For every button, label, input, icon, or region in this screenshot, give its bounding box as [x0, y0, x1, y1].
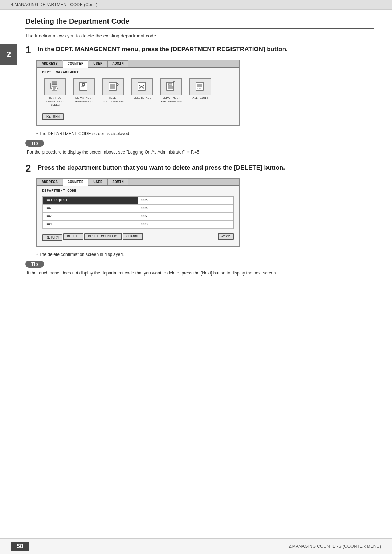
mockup-1-tabs: ADDRESS COUNTER USER ADMIN [37, 60, 239, 68]
dept-cell-008[interactable]: 008 [138, 221, 233, 229]
tab-user-2[interactable]: USER [89, 179, 107, 185]
mockup-2-tabs: ADDRESS COUNTER USER ADMIN [37, 179, 239, 186]
tab-address-1[interactable]: ADDRESS [37, 60, 62, 67]
icon-caption-2: DEPARTMENTMANAGEMENT [75, 96, 93, 103]
svg-text:* * *: * * * [81, 86, 84, 88]
dept-cell-007[interactable]: 007 [138, 213, 233, 221]
tip-badge-1: Tip [25, 140, 44, 147]
mockup-2-label: DEPARTMENT CODE [42, 189, 234, 193]
icon-print-dept-codes[interactable]: PRINT OUTDEPARTMENT CODES [42, 78, 68, 107]
icon-dept-registration[interactable]: DEPARTMENTREGISTRATION [158, 78, 184, 107]
tab-counter-1[interactable]: COUNTER [63, 60, 88, 68]
header-text: 4.MANAGING DEPARTMENT CODE (Cont.) [11, 2, 97, 7]
icon-reset-counters[interactable]: RESETALL COUNTERS [100, 78, 126, 107]
tab-admin-1[interactable]: ADMIN [107, 60, 128, 67]
step-1-number: 1 [25, 45, 34, 55]
screen-mockup-1: ADDRESS COUNTER USER ADMIN DEPT. MANAGEM… [36, 60, 240, 126]
reset-counters-button[interactable]: RESET COUNTERS [84, 233, 122, 240]
delete-all-icon [136, 80, 149, 93]
section-intro: The function allows you to delete the ex… [25, 33, 374, 38]
tip-badge-2: Tip [25, 261, 44, 268]
icon-box-6: * * * [189, 78, 211, 95]
footer-text: 2.MANAGING COUNTERS (COUNTER MENU) [289, 544, 381, 549]
step-1-heading: 1 In the DEPT. MANAGEMENT menu, press th… [25, 45, 374, 55]
dept-mgmt-icon: * * * [78, 80, 91, 93]
tip-2: Tip If the touch panel does not display … [25, 261, 374, 276]
tab-admin-2[interactable]: ADMIN [107, 179, 128, 185]
svg-rect-23 [168, 84, 172, 85]
icon-box-3 [102, 78, 124, 95]
delete-button[interactable]: DELETE [63, 233, 83, 240]
svg-text:* * *: * * * [197, 87, 201, 90]
step1-bullet: The DEPARTMENT CODE screen is displayed. [36, 131, 374, 136]
page-number-tab: 2 [0, 44, 17, 65]
step-2-number: 2 [25, 163, 34, 174]
footer: 58 2.MANAGING COUNTERS (COUNTER MENU) [0, 538, 392, 554]
dept-cell-005[interactable]: 005 [138, 197, 233, 205]
reset-icon [107, 80, 120, 93]
return-button-2[interactable]: RETURN [42, 234, 62, 241]
section-title: Deleting the Department Code [25, 17, 374, 29]
return-button-1[interactable]: RETURN [42, 113, 64, 120]
icon-caption-1: PRINT OUTDEPARTMENT CODES [42, 96, 68, 107]
step-2: 2 Press the department button that you w… [25, 163, 374, 276]
tab-address-2[interactable]: ADDRESS [37, 179, 62, 185]
step-1: 1 In the DEPT. MANAGEMENT menu, press th… [25, 45, 374, 155]
return-label-1: RETURN [46, 115, 60, 119]
mockup-1-label: DEPT. MANAGEMENT [42, 70, 234, 74]
step2-bullet: The delete confirmation screen is displa… [36, 252, 374, 257]
icon-caption-3: RESETALL COUNTERS [103, 96, 124, 103]
dept-code-table: 001 Dept01 005 002 006 003 007 004 008 [42, 196, 234, 229]
dept-cell-001[interactable]: 001 Dept01 [42, 197, 138, 205]
print-icon [49, 80, 62, 93]
mockup-2-btn-bar: RETURN DELETE RESET COUNTERS CHANGE Next [42, 232, 234, 241]
icon-all-limit[interactable]: * * * ALL LIMIT [187, 78, 213, 107]
icon-caption-4: DELETE ALL [134, 96, 151, 100]
dept-cell-002[interactable]: 002 [42, 205, 138, 213]
mockup-1-body: DEPT. MANAGEMENT [37, 68, 239, 125]
step-2-text: Press the department button that you wan… [38, 163, 285, 172]
tip-text-1: For the procedure to display the screen … [27, 150, 199, 155]
tip-1: Tip For the procedure to display the scr… [25, 140, 374, 155]
main-content: Deleting the Department Code The functio… [0, 10, 392, 299]
step-1-text: In the DEPT. MANAGEMENT menu, press the … [38, 45, 288, 54]
top-header: 4.MANAGING DEPARTMENT CODE (Cont.) [0, 0, 392, 10]
icon-box-4 [131, 78, 153, 95]
icon-grid: PRINT OUTDEPARTMENT CODES * * * [42, 78, 234, 107]
change-button[interactable]: CHANGE [123, 233, 143, 240]
tab-user-1[interactable]: USER [89, 60, 107, 67]
tab-counter-2[interactable]: COUNTER [63, 179, 88, 186]
icon-caption-5: DEPARTMENTREGISTRATION [161, 96, 182, 103]
icon-dept-mgmt[interactable]: * * * DEPARTMENTMANAGEMENT [71, 78, 97, 107]
tip-text-2: If the touch panel does not display the … [27, 270, 277, 276]
mockup-2-body: DEPARTMENT CODE 001 Dept01 005 002 006 0… [37, 186, 239, 246]
dept-cell-006[interactable]: 006 [138, 205, 233, 213]
icon-box-1 [44, 78, 66, 95]
screen-mockup-2: ADDRESS COUNTER USER ADMIN DEPARTMENT CO… [36, 178, 240, 247]
icon-caption-6: ALL LIMIT [192, 96, 208, 100]
dept-cell-003[interactable]: 003 [42, 213, 138, 221]
footer-page-number: 58 [11, 542, 29, 551]
dept-cell-004[interactable]: 004 [42, 221, 138, 229]
icon-box-2: * * * [73, 78, 95, 95]
next-button[interactable]: Next [218, 233, 234, 240]
icon-box-5 [160, 78, 182, 95]
step-2-heading: 2 Press the department button that you w… [25, 163, 374, 174]
all-limit-icon: * * * [194, 80, 207, 93]
icon-delete-all[interactable]: DELETE ALL [129, 78, 155, 107]
dept-reg-icon [165, 80, 178, 93]
